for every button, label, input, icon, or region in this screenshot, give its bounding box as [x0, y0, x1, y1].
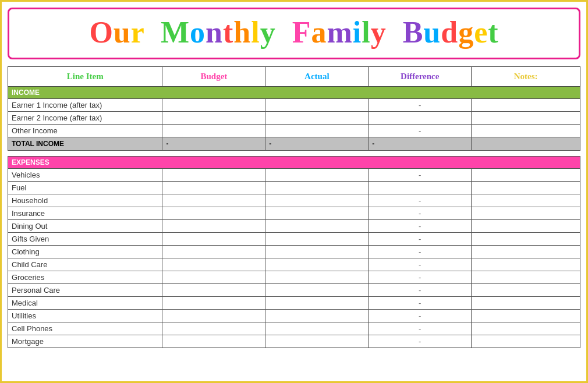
expenses-section-header: Expenses: [8, 157, 580, 169]
expense-row-diff: -: [369, 297, 472, 310]
expense-row-actual[interactable]: [265, 271, 369, 284]
expense-row-diff: -: [369, 194, 472, 207]
expense-row-diff: [369, 182, 472, 194]
expense-row-budget[interactable]: [162, 284, 265, 297]
expense-row-diff: -: [369, 335, 472, 348]
expense-row: Medical -: [8, 297, 580, 310]
expense-row-diff: -: [369, 220, 472, 233]
income-row-label: Other Income: [8, 125, 162, 137]
expense-row-actual[interactable]: [265, 258, 369, 271]
income-row-notes[interactable]: [472, 99, 580, 112]
expense-row-label: Clothing: [8, 246, 162, 258]
expense-row-budget[interactable]: [162, 220, 265, 233]
expense-row-actual[interactable]: [265, 220, 369, 233]
expense-row-label: Personal Care: [8, 284, 162, 297]
expense-row-budget[interactable]: [162, 194, 265, 207]
income-row-actual[interactable]: [265, 99, 369, 112]
expense-row-notes[interactable]: [472, 169, 580, 182]
expense-row-label: Gifts Given: [8, 233, 162, 246]
table-header-row: Line Item Budget Actual Difference Notes…: [8, 67, 580, 87]
spacer-row: [8, 151, 580, 157]
expense-row-budget[interactable]: [162, 182, 265, 194]
expense-row-actual[interactable]: [265, 169, 369, 182]
expense-row-diff: -: [369, 258, 472, 271]
budget-table: Line Item Budget Actual Difference Notes…: [8, 66, 580, 348]
expense-row-notes[interactable]: [472, 284, 580, 297]
expense-row-budget[interactable]: [162, 207, 265, 220]
expense-row-notes[interactable]: [472, 233, 580, 246]
expense-row-notes[interactable]: [472, 297, 580, 310]
expense-row-actual[interactable]: [265, 297, 369, 310]
income-row-diff: -: [369, 125, 472, 137]
expense-row-notes[interactable]: [472, 246, 580, 258]
expense-row-diff: -: [369, 169, 472, 182]
expense-row-label: Groceries: [8, 271, 162, 284]
col-header-difference: Difference: [369, 67, 472, 87]
expense-row-label: Utilities: [8, 310, 162, 322]
expense-row-actual[interactable]: [265, 322, 369, 335]
expense-row-notes[interactable]: [472, 310, 580, 322]
expense-row: Personal Care -: [8, 284, 580, 297]
total-income-row: Total Income - - -: [8, 137, 580, 151]
expense-row-budget[interactable]: [162, 169, 265, 182]
income-row-label: Earner 1 Income (after tax): [8, 99, 162, 112]
expense-row: Mortgage -: [8, 335, 580, 348]
expense-row-notes[interactable]: [472, 194, 580, 207]
expense-row-actual[interactable]: [265, 207, 369, 220]
expense-row-actual[interactable]: [265, 310, 369, 322]
income-label: Income: [8, 87, 580, 99]
expense-row-label: Mortgage: [8, 335, 162, 348]
income-row-diff: -: [369, 99, 472, 112]
total-income-actual: -: [265, 137, 369, 151]
expense-row-notes[interactable]: [472, 207, 580, 220]
expense-row: Clothing -: [8, 246, 580, 258]
expense-row-budget[interactable]: [162, 310, 265, 322]
expense-row-budget[interactable]: [162, 271, 265, 284]
expense-row-notes[interactable]: [472, 220, 580, 233]
income-row-notes[interactable]: [472, 112, 580, 125]
expense-row-notes[interactable]: [472, 335, 580, 348]
total-income-budget: -: [162, 137, 265, 151]
income-row-budget[interactable]: [162, 99, 265, 112]
expense-row-actual[interactable]: [265, 194, 369, 207]
income-row-notes[interactable]: [472, 125, 580, 137]
income-row-budget[interactable]: [162, 125, 265, 137]
expense-row: Household -: [8, 194, 580, 207]
expense-row: Vehicles -: [8, 169, 580, 182]
expense-row-budget[interactable]: [162, 335, 265, 348]
expense-row-actual[interactable]: [265, 335, 369, 348]
expense-row-budget[interactable]: [162, 258, 265, 271]
page-title: Our Monthly Family Budget: [9, 15, 579, 49]
expense-row-notes[interactable]: [472, 258, 580, 271]
expense-row-actual[interactable]: [265, 246, 369, 258]
expense-row: Dining Out -: [8, 220, 580, 233]
income-row-actual[interactable]: [265, 112, 369, 125]
expense-row-diff: -: [369, 207, 472, 220]
expense-row-budget[interactable]: [162, 322, 265, 335]
col-header-lineitem: Line Item: [8, 67, 162, 87]
expense-row-label: Cell Phones: [8, 322, 162, 335]
expense-row-actual[interactable]: [265, 182, 369, 194]
expense-row-label: Medical: [8, 297, 162, 310]
expense-row-notes[interactable]: [472, 182, 580, 194]
expense-row: Groceries -: [8, 271, 580, 284]
expense-row: Fuel: [8, 182, 580, 194]
expense-row-label: Insurance: [8, 207, 162, 220]
expense-row-notes[interactable]: [472, 322, 580, 335]
income-row: Earner 1 Income (after tax) -: [8, 99, 580, 112]
expense-row-diff: -: [369, 271, 472, 284]
expense-row-budget[interactable]: [162, 297, 265, 310]
expense-row-budget[interactable]: [162, 246, 265, 258]
income-row-budget[interactable]: [162, 112, 265, 125]
income-row-actual[interactable]: [265, 125, 369, 137]
expense-row-notes[interactable]: [472, 271, 580, 284]
expenses-label: Expenses: [8, 157, 580, 169]
expense-row-actual[interactable]: [265, 233, 369, 246]
expense-row-budget[interactable]: [162, 233, 265, 246]
expense-row: Cell Phones -: [8, 322, 580, 335]
total-income-label: Total Income: [8, 137, 162, 151]
col-header-notes: Notes:: [472, 67, 580, 87]
income-row-diff: [369, 112, 472, 125]
expense-row: Gifts Given -: [8, 233, 580, 246]
expense-row-actual[interactable]: [265, 284, 369, 297]
